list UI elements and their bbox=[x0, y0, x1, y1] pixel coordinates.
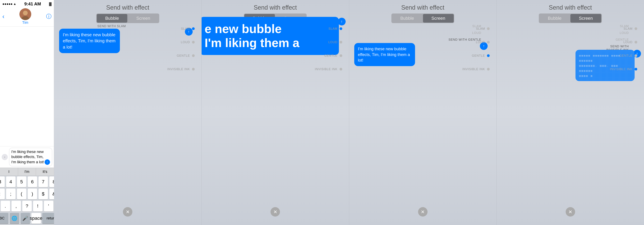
key-question[interactable]: ? bbox=[22, 201, 32, 212]
key-exclaim[interactable]: ! bbox=[33, 201, 42, 212]
effect-dot-ink-4 bbox=[634, 68, 637, 70]
info-button[interactable]: ⓘ bbox=[46, 13, 52, 20]
expand-button[interactable]: › bbox=[2, 154, 8, 160]
effect-row-slam-2[interactable]: SLAM bbox=[328, 22, 342, 35]
key-comma[interactable]: , bbox=[12, 201, 21, 212]
effect-dot-loud-4 bbox=[634, 41, 637, 43]
tab-bubble-1[interactable]: Bubble bbox=[97, 14, 127, 23]
key-7[interactable]: 7 bbox=[38, 176, 48, 187]
autocomplete-i[interactable]: I bbox=[0, 168, 18, 176]
svg-point-1 bbox=[23, 11, 28, 15]
key-5[interactable]: 5 bbox=[17, 176, 26, 187]
close-icon-5: ✕ bbox=[568, 209, 572, 215]
panel4-title: Send with effect bbox=[401, 4, 444, 11]
panel4-effects-sidebar: SLAM LOUD GENTLE INVISIBLE INK bbox=[462, 22, 490, 76]
panel2-tabs: Bubble Screen bbox=[96, 13, 159, 23]
key-mic[interactable]: 🎤 bbox=[20, 213, 30, 224]
key-period[interactable]: . bbox=[1, 201, 10, 212]
status-bar: ●●●●● ▲ 9:41 AM ▓ bbox=[0, 0, 54, 7]
effect-row-ink-1[interactable]: INVISIBLE INK bbox=[167, 62, 195, 76]
close-icon-4: ✕ bbox=[421, 209, 425, 215]
effect-row-gentle-1[interactable]: GENTLE bbox=[177, 49, 195, 62]
effect-dot-gentle-2 bbox=[340, 54, 342, 57]
autocomplete-im[interactable]: I'm bbox=[18, 168, 36, 176]
panel4-close-btn[interactable]: ✕ bbox=[418, 207, 428, 217]
key-globe[interactable]: 🌐 bbox=[10, 213, 19, 224]
effect-dot-ink-3 bbox=[487, 68, 490, 70]
expand-icon: › bbox=[4, 156, 5, 159]
effect-row-ink-3[interactable]: INVISIBLE INK bbox=[462, 62, 490, 76]
send-button[interactable]: ↑ bbox=[44, 159, 50, 165]
signal-dots-icon: ●●●●● bbox=[2, 2, 12, 6]
effect-row-slam-1[interactable]: SLAM bbox=[181, 22, 195, 35]
panel3-effects-sidebar: SLAM LOUD GENTLE INVISIBLE INK bbox=[315, 22, 342, 76]
tab-bubble-3[interactable]: Bubble bbox=[392, 14, 422, 23]
panel5-close-btn[interactable]: ✕ bbox=[566, 207, 575, 217]
panel5-title: Send with effect bbox=[549, 4, 592, 11]
status-time: 9:41 AM bbox=[24, 1, 41, 6]
effect-row-loud-1[interactable]: LOUD bbox=[181, 35, 195, 49]
message-input-box[interactable]: I'm liking these new bubble effects, Tim… bbox=[9, 148, 52, 166]
contact-avatar-area[interactable]: Tim bbox=[20, 8, 31, 25]
panel2-bubble: I'm liking these new bubble effects, Tim… bbox=[59, 29, 120, 53]
effect-dot-gentle-1 bbox=[192, 54, 195, 57]
autocomplete-its[interactable]: It's bbox=[36, 168, 54, 176]
key-rows: 1 2 3 4 5 6 7 8 9 0 - / : ; ( ) $ & bbox=[0, 176, 54, 224]
key-dollar[interactable]: $ bbox=[38, 189, 48, 199]
message-input-text: I'm liking these new bubble effects, Tim… bbox=[11, 149, 44, 165]
avatar bbox=[20, 8, 31, 20]
key-3[interactable]: 3 bbox=[0, 176, 5, 187]
tab-screen-4[interactable]: Screen bbox=[570, 14, 601, 23]
effect-dot-slam-2 bbox=[340, 27, 342, 30]
key-lparen[interactable]: ( bbox=[17, 189, 26, 199]
panel2-close-btn[interactable]: ✕ bbox=[123, 207, 132, 217]
panel5-bubble-area: ■■■■■ ■■■■■■■ ■■■■ ■■■■■■■■■■■■■, ■■■, ■… bbox=[576, 50, 634, 81]
effect-row-loud-4[interactable]: LOUD bbox=[624, 35, 637, 49]
effect-dot-gentle-3 bbox=[487, 54, 490, 57]
close-icon-3: ✕ bbox=[273, 209, 277, 215]
key-4[interactable]: 4 bbox=[6, 176, 16, 187]
panel4-bubble: I'm liking these new bubble effects, Tim… bbox=[354, 43, 415, 66]
tab-screen-3[interactable]: Screen bbox=[423, 14, 454, 23]
key-row-bottom: ABC 🌐 🎤 space return bbox=[1, 213, 53, 224]
panel3-close-btn[interactable]: ✕ bbox=[270, 207, 280, 217]
effect-dot-gentle-4 bbox=[634, 54, 637, 57]
key-row-numbers: 1 2 3 4 5 6 7 8 9 0 bbox=[1, 176, 53, 187]
send-up-icon: ↑ bbox=[46, 160, 48, 164]
panel2-title: Send with effect bbox=[106, 4, 150, 11]
nav-bar: ‹ Tim ⓘ bbox=[0, 7, 54, 27]
panel2-effects-sidebar: SLAM LOUD GENTLE INVISIBLE INK bbox=[167, 22, 195, 76]
tab-screen-1[interactable]: Screen bbox=[128, 14, 158, 23]
back-button[interactable]: ‹ bbox=[2, 13, 4, 20]
key-6[interactable]: 6 bbox=[28, 176, 37, 187]
effect-row-gentle-3[interactable]: GENTLE bbox=[472, 49, 490, 62]
effect-dot-loud-1 bbox=[192, 41, 195, 43]
autocomplete-row: I I'm It's bbox=[0, 168, 54, 176]
key-row-symbols: - / : ; ( ) $ & @ " bbox=[1, 189, 53, 199]
effect-panel-gentle: Send with effect Bubble Screen SLAM LOUD… bbox=[349, 0, 497, 225]
key-colon[interactable]: : bbox=[0, 189, 5, 199]
effect-row-slam-4[interactable]: SLAM bbox=[624, 22, 637, 35]
effect-dot-slam-3 bbox=[487, 27, 490, 30]
panel5-bubble: ■■■■■ ■■■■■■■ ■■■■ ■■■■■■■■■■■■■, ■■■, ■… bbox=[576, 50, 634, 81]
tab-bubble-4[interactable]: Bubble bbox=[539, 14, 570, 23]
effect-dot-slam-4 bbox=[634, 27, 637, 30]
effect-dot-ink-2 bbox=[340, 68, 342, 70]
key-apostrophe[interactable]: ' bbox=[44, 201, 53, 212]
panel4-tabs: Bubble Screen bbox=[392, 13, 454, 23]
key-rparen[interactable]: ) bbox=[28, 189, 37, 199]
key-space[interactable]: space bbox=[32, 213, 41, 224]
contact-name[interactable]: Tim bbox=[22, 20, 28, 25]
effect-row-slam-3[interactable]: SLAM bbox=[476, 22, 490, 35]
effect-panel-slam-normal: Send with effect Bubble Screen SEND WITH… bbox=[54, 0, 202, 225]
key-semicolon[interactable]: ; bbox=[6, 189, 16, 199]
panel5-tabs: Bubble Screen bbox=[539, 13, 602, 23]
keyboard: I I'm It's 1 2 3 4 5 6 7 8 9 0 bbox=[0, 168, 54, 225]
effect-row-loud-2[interactable]: LOUD bbox=[328, 35, 342, 49]
close-icon: ✕ bbox=[126, 209, 130, 215]
effect-row-ink-2[interactable]: INVISIBLE INK bbox=[315, 62, 342, 76]
key-abc[interactable]: ABC bbox=[0, 213, 8, 224]
effect-row-loud-3[interactable]: LOUD bbox=[476, 35, 490, 49]
effect-row-gentle-2[interactable]: GENTLE bbox=[324, 49, 342, 62]
effect-dot-loud-2 bbox=[340, 41, 342, 43]
